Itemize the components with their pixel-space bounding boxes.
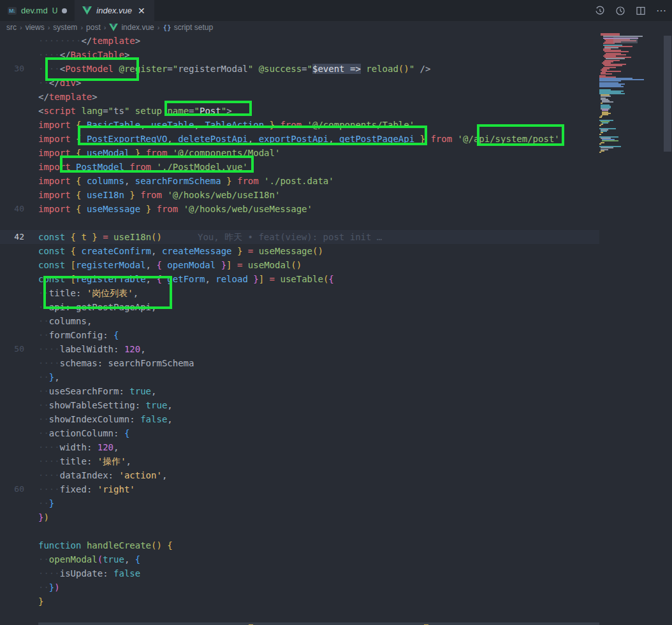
line-number: 30 xyxy=(0,62,24,76)
code-line[interactable] xyxy=(0,608,599,622)
vscode-window: M↓ dev.md U index.vue ✕ xyxy=(0,0,672,625)
local-history-icon[interactable] xyxy=(594,5,606,17)
code-line[interactable]: ··showTableSetting: true, xyxy=(0,398,599,412)
modified-dot-icon[interactable] xyxy=(62,8,67,13)
code-text: import PostModel from './PostModel.vue' xyxy=(38,160,248,174)
breadcrumb-item-file[interactable]: index.vue xyxy=(109,23,154,32)
code-line[interactable]: 30····<PostModel @register="registerModa… xyxy=(0,62,599,76)
chevron-right-icon: › xyxy=(157,24,160,31)
code-line[interactable]: ··}, xyxy=(0,370,599,384)
code-line[interactable]: ····schemas: searchFormSchema xyxy=(0,356,599,370)
tab-label: index.vue xyxy=(96,6,132,15)
minimap[interactable] xyxy=(599,33,663,625)
code-line[interactable]: import { useI18n } from '@/hooks/web/use… xyxy=(0,188,599,202)
vue-file-icon xyxy=(82,6,92,15)
code-text: import { columns, searchFormSchema } fro… xyxy=(38,174,334,188)
code-text: import { useModal } from '@/components/M… xyxy=(38,146,280,160)
code-text: ··useSearchForm: true, xyxy=(38,384,156,398)
code-text: ··showIndexColumn: false, xyxy=(38,412,173,426)
code-line[interactable]: 42const { t } = useI18n()You, 昨天 • feat(… xyxy=(0,230,599,244)
code-line[interactable]: ····dataIndex: 'action', xyxy=(0,468,599,482)
code-line[interactable]: ··formConfig: { xyxy=(0,328,599,342)
close-icon[interactable]: ✕ xyxy=(136,6,147,16)
code-line[interactable]: }) xyxy=(0,510,599,524)
code-line[interactable]: const [registerTable, { getForm, reload … xyxy=(0,272,599,286)
code-text: ··formConfig: { xyxy=(38,328,119,342)
code-line[interactable]: const [registerModal, { openModal }] = u… xyxy=(0,258,599,272)
code-text: } xyxy=(38,594,43,608)
code-line[interactable]: </template> xyxy=(0,90,599,104)
code-text: ··</div> xyxy=(38,76,81,90)
line-number: 40 xyxy=(0,202,24,216)
code-line[interactable]: <script lang="ts" setup name="Post"> xyxy=(0,104,599,118)
code-line[interactable]: ··actionColumn: { xyxy=(0,426,599,440)
code-text: ··}) xyxy=(38,580,60,594)
more-actions-icon[interactable]: ⋯ xyxy=(655,5,667,17)
breadcrumb-item-src[interactable]: src xyxy=(6,23,17,32)
code-text: ····width: 120, xyxy=(38,440,119,454)
code-line[interactable]: ··</div> xyxy=(0,76,599,90)
code-line[interactable]: import { PostExportReqVO, deletePostApi,… xyxy=(0,132,599,146)
code-line[interactable]: ····isUpdate: false xyxy=(0,566,599,580)
code-line[interactable]: import { BasicTable, useTable, TableActi… xyxy=(0,118,599,132)
breadcrumb-item-symbol[interactable]: {} script setup xyxy=(163,23,213,32)
code-line[interactable]: ··columns, xyxy=(0,314,599,328)
code-editor[interactable]: ········</template>····</BasicTable>30··… xyxy=(0,34,599,625)
code-line[interactable]: 60····fixed: 'right' xyxy=(0,482,599,496)
code-line[interactable]: ····width: 120, xyxy=(0,440,599,454)
code-line[interactable]: ····</BasicTable> xyxy=(0,48,599,62)
code-text: import { useI18n } from '@/hooks/web/use… xyxy=(38,188,280,202)
editor-actions: ⋯ xyxy=(594,0,667,21)
code-line[interactable]: const { createConfirm, createMessage } =… xyxy=(0,244,599,258)
code-line[interactable] xyxy=(0,216,599,230)
code-text: import { PostExportReqVO, deletePostApi,… xyxy=(38,132,560,146)
vertical-scrollbar xyxy=(663,33,672,625)
code-line[interactable]: function handleCreate() { xyxy=(0,538,599,552)
chevron-right-icon: › xyxy=(48,24,50,31)
code-text: ··showTableSetting: true, xyxy=(38,398,173,412)
code-line[interactable]: ····title: '操作', xyxy=(0,454,599,468)
split-editor-icon[interactable] xyxy=(635,5,646,17)
code-line[interactable]: ··showIndexColumn: false, xyxy=(0,412,599,426)
code-line[interactable]: 40import { useMessage } from '@/hooks/we… xyxy=(0,202,599,216)
code-line[interactable]: import PostModel from './PostModel.vue' xyxy=(0,160,599,174)
code-line[interactable]: import { useModal } from '@/components/M… xyxy=(0,146,599,160)
code-text: ····</BasicTable> xyxy=(38,48,129,62)
breadcrumb-item-post[interactable]: post xyxy=(86,23,101,32)
partially-visible-code-line[interactable] xyxy=(38,622,599,625)
line-number: 60 xyxy=(0,482,24,496)
breadcrumb-item-views[interactable]: views xyxy=(26,23,45,32)
code-text: import { useMessage } from '@/hooks/web/… xyxy=(38,202,312,216)
code-line[interactable]: ··openModal(true, { xyxy=(0,552,599,566)
code-text: ··title: '岗位列表', xyxy=(38,286,138,300)
chevron-right-icon: › xyxy=(104,24,106,31)
code-line[interactable]: } xyxy=(0,594,599,608)
code-text: ··}, xyxy=(38,370,60,384)
tab-dev-md[interactable]: M↓ dev.md U xyxy=(0,0,75,21)
code-line[interactable]: ········</template> xyxy=(0,34,599,48)
code-line[interactable]: ··title: '岗位列表', xyxy=(0,286,599,300)
line-number: 50 xyxy=(0,342,24,356)
code-line[interactable]: ··api: getPostPageApi, xyxy=(0,300,599,314)
code-text: ··} xyxy=(38,496,54,510)
chevron-right-icon: › xyxy=(80,24,83,31)
code-text: import { BasicTable, useTable, TableActi… xyxy=(38,118,414,132)
code-line[interactable]: 50····labelWidth: 120, xyxy=(0,342,599,356)
code-line[interactable]: ··useSearchForm: true, xyxy=(0,384,599,398)
code-line[interactable]: import { columns, searchFormSchema } fro… xyxy=(0,174,599,188)
code-text: ··columns, xyxy=(38,314,92,328)
editor-tab-bar: M↓ dev.md U index.vue ✕ xyxy=(0,0,672,21)
code-text: <script lang="ts" setup name="Post"> xyxy=(38,104,232,118)
run-status-icon[interactable] xyxy=(615,5,626,17)
code-line[interactable] xyxy=(0,524,599,538)
code-text: function handleCreate() { xyxy=(38,538,173,552)
breadcrumb-item-system[interactable]: system xyxy=(53,23,77,32)
line-number: 42 xyxy=(0,230,24,244)
code-text: ····<PostModel @register="registerModal"… xyxy=(38,62,430,76)
tab-index-vue[interactable]: index.vue ✕ xyxy=(75,0,154,21)
code-line[interactable]: ··} xyxy=(0,496,599,510)
code-text: ····dataIndex: 'action', xyxy=(38,468,167,482)
code-line[interactable]: ··}) xyxy=(0,580,599,594)
scrollbar-thumb[interactable] xyxy=(664,36,671,152)
code-text: ··api: getPostPageApi, xyxy=(38,300,156,314)
